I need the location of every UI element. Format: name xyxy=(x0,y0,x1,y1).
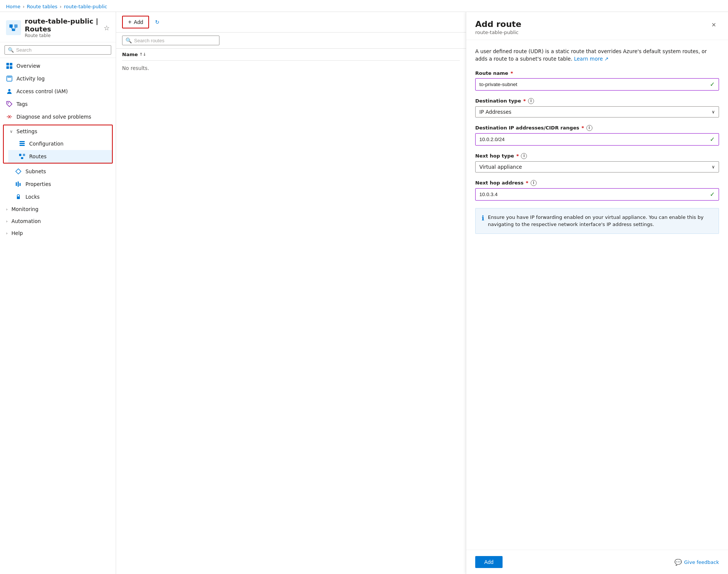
panel-title: Add route xyxy=(475,19,521,29)
routes-search-input[interactable] xyxy=(134,38,216,43)
settings-group-header[interactable]: ∨ Settings xyxy=(4,125,112,137)
svg-rect-20 xyxy=(19,154,21,156)
monitoring-chevron-icon: › xyxy=(6,207,7,212)
svg-rect-27 xyxy=(17,196,20,199)
breadcrumb-home[interactable]: Home xyxy=(6,4,20,9)
next-hop-type-value: Virtual appliance xyxy=(479,164,712,170)
activity-icon xyxy=(6,75,13,82)
destination-cidr-info-icon[interactable]: i xyxy=(586,125,592,131)
sidebar-item-configuration[interactable]: Configuration xyxy=(8,137,112,150)
sidebar-item-tags[interactable]: Tags xyxy=(0,98,116,110)
plus-icon: + xyxy=(128,19,131,25)
destination-cidr-field: Destination IP addresses/CIDR ranges * i… xyxy=(475,125,719,146)
destination-type-select[interactable]: IP Addresses ∨ xyxy=(475,106,719,117)
next-hop-type-info-icon[interactable]: i xyxy=(521,153,527,159)
learn-more-link[interactable]: Learn more ↗ xyxy=(574,56,609,62)
sidebar-item-properties-label: Properties xyxy=(25,181,110,187)
add-route-panel: Add route route-table-public × A user de… xyxy=(466,12,728,574)
settings-group-label: Settings xyxy=(16,128,37,134)
destination-type-value: IP Addresses xyxy=(479,109,712,115)
next-hop-type-label: Next hop type * i xyxy=(475,153,719,159)
svg-rect-26 xyxy=(19,183,21,186)
sidebar-item-properties[interactable]: Properties xyxy=(4,178,116,190)
svg-rect-1 xyxy=(14,24,18,28)
next-hop-type-select[interactable]: Virtual appliance ∨ xyxy=(475,161,719,172)
nav-group-help-label: Help xyxy=(11,230,23,236)
info-banner-text: Ensure you have IP forwarding enabled on… xyxy=(488,214,713,228)
sidebar-nav: Overview Activity log Access control (IA… xyxy=(0,58,116,574)
route-name-input-box[interactable]: ✓ xyxy=(475,78,719,91)
no-results-text: No results. xyxy=(122,61,460,76)
settings-chevron-icon: ∨ xyxy=(10,129,13,134)
destination-cidr-input-box[interactable]: ✓ xyxy=(475,133,719,146)
settings-highlight-box: ∨ Settings Configuration xyxy=(3,125,113,164)
destination-cidr-required: * xyxy=(582,125,584,131)
refresh-button[interactable]: ↻ xyxy=(152,17,163,27)
panel-subtitle: route-table-public xyxy=(475,30,521,35)
destination-type-chevron-icon: ∨ xyxy=(712,109,715,115)
sidebar-item-diagnose-label: Diagnose and solve problems xyxy=(16,114,110,120)
overview-icon xyxy=(6,62,13,69)
favorite-star[interactable]: ☆ xyxy=(104,24,110,32)
svg-rect-24 xyxy=(16,182,17,186)
svg-rect-10 xyxy=(7,77,11,77)
col-name-header[interactable]: Name ↑↓ xyxy=(122,52,146,57)
svg-marker-23 xyxy=(16,169,21,174)
next-hop-address-input[interactable] xyxy=(479,192,708,197)
feedback-label: Give feedback xyxy=(684,559,719,565)
next-hop-address-check-icon: ✓ xyxy=(710,191,715,198)
svg-point-11 xyxy=(8,89,10,91)
sidebar-search-box[interactable]: 🔍 xyxy=(4,45,111,55)
breadcrumb-current[interactable]: route-table-public xyxy=(64,4,107,9)
destination-cidr-check-icon: ✓ xyxy=(710,136,715,143)
sidebar-item-subnets[interactable]: Subnets xyxy=(4,165,116,178)
search-icon: 🔍 xyxy=(8,47,14,53)
sidebar-item-routes[interactable]: Routes xyxy=(8,150,112,163)
panel-close-button[interactable]: × xyxy=(709,19,719,30)
svg-rect-5 xyxy=(6,63,9,65)
routes-search-box[interactable]: 🔍 xyxy=(122,36,219,45)
next-hop-address-input-box[interactable]: ✓ xyxy=(475,188,719,201)
destination-cidr-input[interactable] xyxy=(479,137,708,142)
sidebar-item-locks-label: Locks xyxy=(25,194,110,200)
subnets-icon xyxy=(15,168,22,175)
route-name-input[interactable] xyxy=(479,82,708,87)
destination-type-field: Destination type * i IP Addresses ∨ xyxy=(475,98,719,117)
svg-point-12 xyxy=(8,103,9,104)
tags-icon xyxy=(6,101,13,107)
sidebar-item-locks[interactable]: Locks xyxy=(4,190,116,203)
resource-subtitle: Route table xyxy=(25,33,100,38)
sidebar-item-subnets-label: Subnets xyxy=(25,168,110,174)
nav-group-automation-header[interactable]: › Automation xyxy=(0,215,116,227)
sidebar-item-overview-label: Overview xyxy=(16,63,110,69)
route-name-check-icon: ✓ xyxy=(710,81,715,88)
svg-rect-6 xyxy=(10,63,12,65)
destination-cidr-label: Destination IP addresses/CIDR ranges * i xyxy=(475,125,719,131)
svg-rect-8 xyxy=(10,66,12,69)
breadcrumb-route-tables[interactable]: Route tables xyxy=(27,4,58,9)
search-input[interactable] xyxy=(16,47,108,53)
help-chevron-icon: › xyxy=(6,231,7,236)
destination-type-info-icon[interactable]: i xyxy=(528,98,534,104)
nav-group-help-header[interactable]: › Help xyxy=(0,227,116,239)
config-icon xyxy=(19,140,25,147)
submit-button[interactable]: Add xyxy=(475,556,503,568)
sidebar-item-activity-log[interactable]: Activity log xyxy=(0,72,116,85)
settings-group-children: Configuration Routes xyxy=(4,137,112,163)
sidebar: route-table-public | Routes Route table … xyxy=(0,12,116,574)
diagnose-icon xyxy=(6,113,13,120)
main-content: + Add ↻ 🔍 Name ↑↓ No results. xyxy=(116,12,466,574)
sidebar-item-iam[interactable]: Access control (IAM) xyxy=(0,85,116,98)
add-button[interactable]: + Add xyxy=(122,16,149,28)
nav-group-monitoring-header[interactable]: › Monitoring xyxy=(0,203,116,215)
next-hop-address-info-icon[interactable]: i xyxy=(531,180,537,186)
sidebar-item-diagnose[interactable]: Diagnose and solve problems xyxy=(0,110,116,123)
sidebar-item-routes-label: Routes xyxy=(29,153,106,159)
next-hop-type-required: * xyxy=(516,153,519,159)
route-name-label: Route name * xyxy=(475,70,719,76)
next-hop-address-field: Next hop address * i ✓ xyxy=(475,180,719,201)
svg-rect-17 xyxy=(19,141,25,142)
automation-chevron-icon: › xyxy=(6,219,7,224)
feedback-link[interactable]: 💬 Give feedback xyxy=(674,559,719,566)
sidebar-item-overview[interactable]: Overview xyxy=(0,59,116,72)
